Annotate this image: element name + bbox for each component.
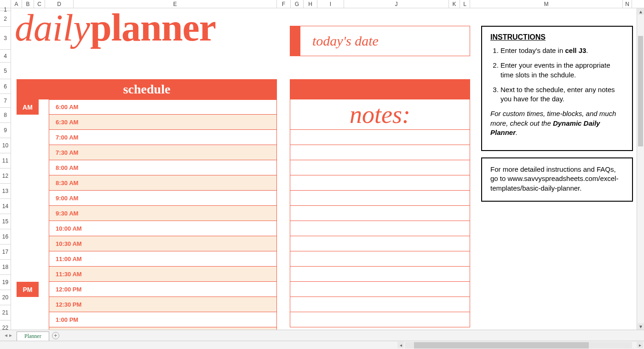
column-header-F[interactable]: F [277,0,291,8]
column-header-I[interactable]: I [317,0,344,8]
row-header-21[interactable]: 21 [0,305,11,320]
note-line[interactable] [290,221,470,236]
row-header-10[interactable]: 10 [0,138,11,153]
column-header-L[interactable]: L [460,0,470,8]
column-header-K[interactable]: K [449,0,460,8]
row-header-9[interactable]: 9 [0,123,11,138]
instructions-footer: For custom times, time-blocks, and much … [490,109,624,137]
column-header-J[interactable]: J [344,0,449,8]
column-header-C[interactable]: C [34,0,45,8]
row-header-6[interactable]: 6 [0,79,11,94]
row-header-8[interactable]: 8 [0,108,11,123]
time-slot[interactable]: 10:00 AM [49,221,277,236]
schedule-gap [39,99,49,115]
note-line[interactable] [290,130,470,145]
schedule-gap [39,282,49,297]
row-header-7[interactable]: 7 [0,94,11,108]
schedule-row: 11:00 AM [17,251,277,267]
notes-header-bar [290,79,470,99]
schedule-row: 9:00 AM [17,191,277,206]
schedule-row: 10:00 AM [17,221,277,236]
row-header-2[interactable]: 2 [0,11,11,27]
schedule-row: 8:00 AM [17,160,277,175]
note-line[interactable] [290,175,470,191]
row-header-20[interactable]: 20 [0,290,11,305]
column-header-A[interactable]: A [11,0,22,8]
column-header-D[interactable]: D [45,0,74,8]
tab-prev-button[interactable]: ◂ [5,332,7,339]
notes-body: notes: [290,99,470,327]
schedule-gap [39,236,49,251]
note-line[interactable] [290,251,470,267]
row-header-19[interactable]: 19 [0,275,11,290]
note-line[interactable] [290,160,470,175]
horizontal-scrollbar[interactable]: ◂ ▸ [0,341,644,349]
time-slot[interactable]: 7:30 AM [49,145,277,160]
column-header-N[interactable]: N [623,0,632,8]
note-line[interactable] [290,312,470,327]
scroll-left-button[interactable]: ◂ [397,342,404,348]
time-slot[interactable]: 11:00 AM [49,251,277,267]
time-slot[interactable]: 6:30 AM [49,115,277,130]
add-sheet-button[interactable]: + [52,332,59,339]
time-slot[interactable]: 12:30 PM [49,297,277,312]
scroll-up-button[interactable]: ▲ [638,8,644,15]
note-line[interactable] [290,282,470,297]
scroll-right-button[interactable]: ▸ [637,342,643,348]
row-header-17[interactable]: 17 [0,244,11,260]
time-slot[interactable]: 10:30 AM [49,236,277,251]
horizontal-scroll-thumb[interactable] [414,342,589,349]
schedule-gutter [17,206,39,221]
row-header-3[interactable]: 3 [0,27,11,50]
schedule-gutter [17,191,39,206]
vertical-scrollbar[interactable]: ▲ ▼ [637,8,644,330]
row-header-5[interactable]: 5 [0,63,11,79]
row-header-13[interactable]: 13 [0,184,11,199]
time-slot[interactable]: 8:00 AM [49,160,277,175]
row-header-18[interactable]: 18 [0,260,11,275]
vertical-scroll-thumb[interactable] [638,36,643,146]
schedule-gutter [17,312,39,327]
note-line[interactable] [290,297,470,312]
column-header-B[interactable]: B [22,0,34,8]
row-header-4[interactable]: 4 [0,50,11,63]
note-line[interactable] [290,267,470,282]
time-slot[interactable]: 9:00 AM [49,191,277,206]
time-slot[interactable]: 7:00 AM [49,130,277,145]
worksheet-area[interactable]: dailyplanner schedule AM6:00 AM6:30 AM7:… [11,8,640,333]
todays-date-box[interactable]: today's date [290,26,470,56]
schedule-gutter [17,130,39,145]
column-header-G[interactable]: G [291,0,304,8]
time-slot[interactable]: 9:30 AM [49,206,277,221]
schedule-gap [39,297,49,312]
row-header-12[interactable]: 12 [0,169,11,184]
row-header-14[interactable]: 14 [0,199,11,214]
pm-marker: PM [17,282,39,297]
time-slot[interactable]: 1:00 PM [49,312,277,327]
note-line[interactable] [290,206,470,221]
column-header-E[interactable]: E [74,0,277,8]
instructions-list: Enter today's date in cell J3.Enter your… [490,46,624,104]
time-slot[interactable]: 8:30 AM [49,175,277,191]
column-header-H[interactable]: H [304,0,317,8]
note-line[interactable] [290,191,470,206]
row-header-11[interactable]: 11 [0,153,11,169]
column-header-M[interactable]: M [470,0,623,8]
instruction-item: Enter today's date in cell J3. [500,46,624,55]
row-header-15[interactable]: 15 [0,214,11,229]
row-header-16[interactable]: 16 [0,229,11,244]
note-line[interactable] [290,145,470,160]
row-headers: 12345678910111213141516171819202122 [0,8,11,336]
time-slot[interactable]: 6:00 AM [49,99,277,115]
time-slot[interactable]: 11:30 AM [49,267,277,282]
note-line[interactable] [290,236,470,251]
more-info-box: For more detailed instructions and FAQs,… [481,157,633,202]
time-slot[interactable]: 12:00 PM [49,282,277,297]
notes-title: notes: [290,99,470,130]
sheet-tab-planner[interactable]: Planner [17,332,49,341]
schedule-row: 11:30 AM [17,267,277,282]
tab-next-button[interactable]: ▸ [9,332,12,339]
schedule-gap [39,221,49,236]
todays-date-label: today's date [300,26,470,56]
scroll-down-button[interactable]: ▼ [638,323,644,330]
